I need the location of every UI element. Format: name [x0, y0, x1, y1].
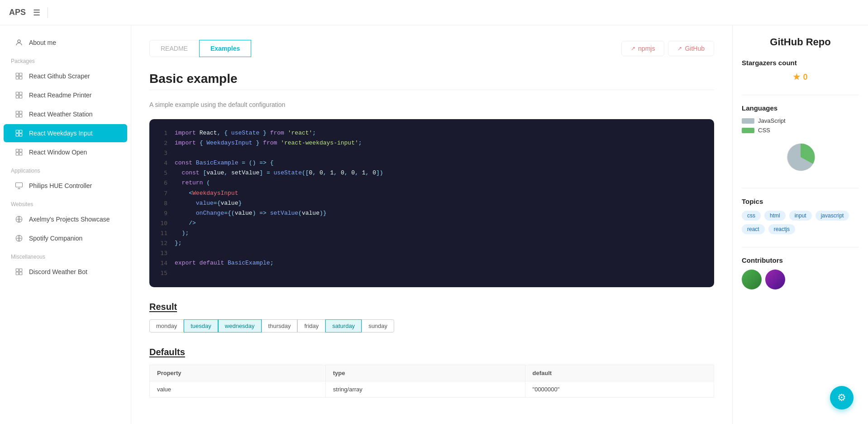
code-line: 11 ); — [160, 228, 703, 238]
external-icon-npm: ↗ — [631, 45, 635, 52]
languages-section: Languages JavaScript CSS — [742, 104, 859, 175]
chip-sunday[interactable]: sunday — [362, 319, 394, 332]
svg-rect-18 — [19, 149, 22, 152]
lang-color-css — [742, 128, 754, 133]
code-line: 4 const BasicExample = () => { — [160, 158, 703, 168]
result-title: Result — [149, 302, 714, 312]
main-content: README Examples ↗ npmjs ↗ GitHub Basic e… — [131, 25, 732, 424]
stargazers-count-display: ★ 0 — [742, 72, 859, 82]
sidebar-item-philips-hue[interactable]: Philips HUE Controller — [4, 177, 127, 195]
svg-rect-26 — [16, 272, 19, 275]
pie-svg — [782, 139, 819, 175]
svg-rect-1 — [16, 73, 19, 76]
languages-title: Languages — [742, 104, 859, 112]
code-line: 7 <WeekdaysInput — [160, 188, 703, 198]
sidebar-item-about[interactable]: About me — [4, 34, 127, 52]
languages-list: JavaScript CSS — [742, 117, 859, 134]
sidebar: About me Packages React Github Scraper R… — [0, 25, 131, 424]
sidebar-label-readme-printer: React Readme Printer — [29, 92, 92, 99]
chip-wednesday[interactable]: wednesday — [218, 319, 262, 332]
svg-rect-7 — [16, 96, 19, 98]
topic-react: react — [742, 224, 765, 234]
svg-rect-11 — [16, 115, 19, 117]
code-line: 15 — [160, 268, 703, 278]
tabs-container: README Examples ↗ npmjs ↗ GitHub — [149, 40, 714, 57]
sidebar-label-discord: Discord Weather Bot — [29, 268, 87, 275]
chip-friday[interactable]: friday — [297, 319, 325, 332]
tab-npmjs[interactable]: ↗ npmjs — [621, 41, 664, 56]
topbar: APS ☰ — [0, 0, 868, 25]
svg-rect-12 — [19, 115, 22, 117]
svg-rect-14 — [19, 130, 22, 133]
svg-rect-9 — [16, 111, 19, 114]
sidebar-label-axelmy: Axelmy's Projects Showcase — [29, 216, 110, 223]
lang-color-js — [742, 118, 754, 124]
code-line: 14 export default BasicExample; — [160, 258, 703, 268]
tab-github[interactable]: ↗ GitHub — [668, 41, 714, 56]
svg-rect-16 — [19, 134, 22, 136]
topics-section: Topics css html input javascript react r… — [742, 198, 859, 234]
code-line: 3 — [160, 148, 703, 158]
contributors-row — [742, 270, 859, 289]
svg-rect-24 — [16, 269, 19, 271]
svg-rect-17 — [16, 149, 19, 152]
topic-css: css — [742, 211, 761, 221]
col-property: Property — [150, 365, 326, 381]
lang-name-js: JavaScript — [758, 117, 786, 124]
contributor-2[interactable] — [765, 270, 785, 289]
sidebar-label-philips-hue: Philips HUE Controller — [29, 182, 92, 189]
sidebar-label-about: About me — [29, 39, 56, 46]
package-icon-1 — [14, 72, 24, 81]
globe-icon-2 — [14, 234, 24, 243]
chip-saturday[interactable]: saturday — [325, 319, 362, 332]
weekday-chips: monday tuesday wednesday thursday friday… — [149, 319, 714, 332]
sidebar-item-axelmy-showcase[interactable]: Axelmy's Projects Showcase — [4, 210, 127, 228]
svg-rect-21 — [16, 183, 23, 187]
user-icon — [14, 38, 24, 47]
topic-reactjs: reactjs — [768, 224, 795, 234]
col-type: type — [325, 365, 525, 381]
sidebar-item-discord-bot[interactable]: Discord Weather Bot — [4, 263, 127, 281]
contributors-section: Contributors — [742, 256, 859, 289]
topbar-divider — [48, 7, 48, 18]
chip-monday[interactable]: monday — [149, 319, 184, 332]
svg-rect-20 — [19, 153, 22, 155]
sidebar-label-window-open: React Window Open — [29, 149, 87, 156]
code-line: 8 value={value} — [160, 198, 703, 208]
chip-thursday[interactable]: thursday — [262, 319, 298, 332]
lang-item-css: CSS — [742, 127, 859, 134]
sidebar-item-spotify[interactable]: Spotify Companion — [4, 229, 127, 247]
defaults-table: Property type default value string/array… — [149, 365, 714, 398]
section-description: A simple example using the default confi… — [149, 101, 714, 108]
topics-title: Topics — [742, 198, 859, 205]
sidebar-item-window-open[interactable]: React Window Open — [4, 143, 127, 161]
svg-rect-8 — [19, 96, 22, 98]
col-default: default — [525, 365, 714, 381]
external-icon-github: ↗ — [677, 45, 682, 52]
code-line: 1 import React, { useState } from 'react… — [160, 128, 703, 138]
svg-rect-25 — [19, 269, 22, 271]
tab-readme[interactable]: README — [149, 40, 199, 57]
table-row: value string/array "0000000" — [150, 381, 714, 398]
right-panel-title: GitHub Repo — [742, 36, 859, 48]
sidebar-item-readme-printer[interactable]: React Readme Printer — [4, 86, 127, 104]
app-logo: APS — [9, 8, 26, 17]
packages-section-label: Packages — [0, 53, 131, 66]
monitor-icon — [14, 181, 24, 190]
contributors-title: Contributors — [742, 256, 859, 264]
sidebar-item-weekdays-input[interactable]: React Weekdays Input — [4, 124, 127, 142]
stargazers-title: Stargazers count — [742, 59, 859, 67]
sidebar-item-github-scraper[interactable]: React Github Scraper — [4, 67, 127, 85]
code-line: 13 — [160, 248, 703, 258]
defaults-title: Defaults — [149, 347, 714, 357]
misc-section-label: Miscellaneous — [0, 248, 131, 262]
package-icon-active — [14, 129, 24, 138]
menu-icon[interactable]: ☰ — [33, 8, 40, 18]
contributor-1[interactable] — [742, 270, 762, 289]
svg-rect-5 — [16, 92, 19, 95]
chip-tuesday[interactable]: tuesday — [184, 319, 218, 332]
sidebar-item-weather-station[interactable]: React Weather Station — [4, 105, 127, 123]
tab-examples[interactable]: Examples — [199, 40, 251, 57]
settings-fab[interactable]: ⚙ — [830, 386, 854, 410]
applications-section-label: Applications — [0, 162, 131, 176]
